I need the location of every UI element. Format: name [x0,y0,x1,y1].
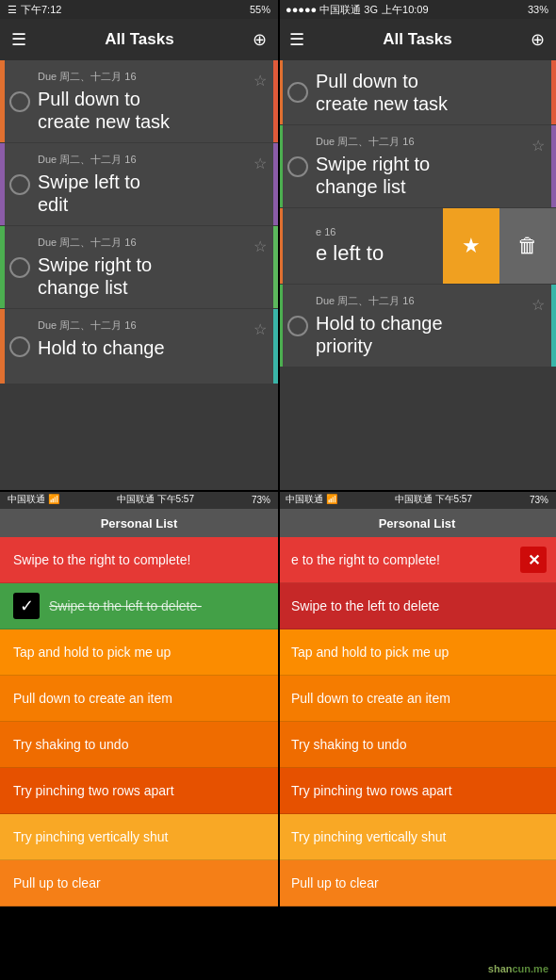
list-row[interactable]: Tap and hold to pick me up [0,629,278,676]
task-checkbox[interactable] [9,91,30,112]
task-checkbox[interactable] [9,174,30,195]
status-right-q1: 55% [250,4,270,15]
list-title-q4: Personal List [379,516,456,531]
carrier-q4: 中国联通 📶 [286,493,337,506]
task-title: Pull down tocreate new task [316,70,545,115]
star-icon[interactable]: ☆ [531,296,545,314]
row-text: e to the right to complete! [291,552,440,567]
task-title: Hold to change [38,336,246,359]
list-row[interactable]: Try shaking to undo [0,722,278,768]
battery-q1: 55% [250,4,270,15]
task-item[interactable]: Pull down tocreate new task [278,60,556,125]
star-icon[interactable]: ☆ [531,137,545,155]
task-content: Due 周二、十二月 16 Hold to change [38,318,246,359]
top-nav-q2: ☰ All Tasks ⊕ [278,19,556,60]
menu-icon-q2[interactable]: ☰ [289,29,304,50]
row-text: Swipe to the right to complete! [13,552,190,567]
status-right-q2: 33% [528,4,548,15]
task-title: Swipe left toedit [38,171,246,216]
row-text: Pull down to create an item [13,691,172,706]
task-due: Due 周二、十二月 16 [38,70,246,84]
nav-title-q1: All Tasks [105,30,173,49]
task-item[interactable]: Due 周二、十二月 16 Hold to changepriority ☆ [278,285,556,368]
time-q3: 中国联通 下午5:57 [117,493,194,506]
list-row[interactable]: Try shaking to undo [278,722,556,768]
task-checkbox[interactable] [9,257,30,278]
status-left-q2: ●●●●● 中国联通 3G 上午10:09 [286,3,429,17]
list-row[interactable]: Pull up to clear [278,860,556,906]
list-row[interactable]: Pull down to create an item [278,676,556,722]
star-icon[interactable]: ☆ [253,72,267,90]
task-content: Due 周二、十二月 16 Swipe right tochange list [316,135,524,198]
task-due: Due 周二、十二月 16 [316,135,524,149]
priority-strip [551,125,556,207]
priority-strip [551,285,556,367]
row-text: Try pinching vertically shut [13,829,168,844]
list-row[interactable]: Pull down to create an item [0,676,278,722]
task-item[interactable]: Due 周二、十二月 16 Hold to change ☆ [0,309,278,384]
task-item[interactable]: Due 周二、十二月 16 Swipe right tochange list … [278,125,556,208]
task-item[interactable]: Due 周二、十二月 16 Swipe right tochange list … [0,226,278,309]
quadrant-bottom-left: 中国联通 📶 中国联通 下午5:57 73% Personal List Swi… [0,490,278,980]
wifi-icon: ☰ [8,4,17,16]
task-checkbox[interactable] [287,156,308,177]
swipe-actions: ★ 🗑 [443,208,556,284]
task-due: Due 周二、十二月 16 [38,318,246,333]
task-checkbox[interactable] [9,336,30,357]
list-row[interactable]: Pull up to clear [0,860,278,906]
top-panel-q2: ●●●●● 中国联通 3G 上午10:09 33% ☰ All Tasks ⊕ … [278,0,556,490]
partial-task-title: e left to [316,241,443,273]
task-due: Due 周二、十二月 16 [38,153,246,167]
list-row-swiped[interactable]: ✓ Swipe to the left to delete- [0,583,278,629]
top-nav-q1: ☰ All Tasks ⊕ [0,19,278,60]
task-checkbox[interactable] [287,316,308,336]
bottom-panel-q3: 中国联通 📶 中国联通 下午5:57 73% Personal List Swi… [0,490,278,980]
list-row[interactable]: Swipe to the right to complete! [0,537,278,583]
task-due: Due 周二、十二月 16 [316,294,524,308]
list-row[interactable]: Swipe to the left to delete [278,583,556,629]
battery-q4: 73% [530,495,548,505]
add-icon-q2[interactable]: ⊕ [531,29,545,50]
list-row[interactable]: Try pinching two rows apart [278,768,556,814]
add-icon-q1[interactable]: ⊕ [253,29,267,50]
task-list-q1: Due 周二、十二月 16 Pull down tocreate new tas… [0,60,278,384]
list-row[interactable]: Try pinching two rows apart [0,768,278,814]
bottom-nav-q3: Personal List [0,509,278,537]
priority-strip [551,60,556,124]
list-row[interactable]: Try pinching vertically shut [0,814,278,860]
task-item-swiped[interactable]: e 16 e left to ★ 🗑 [278,208,556,285]
task-title: Pull down tocreate new task [38,88,246,133]
star-action-button[interactable]: ★ [443,208,499,284]
time-q4: 中国联通 下午5:57 [395,493,472,506]
vertical-divider [278,0,280,980]
list-title-q3: Personal List [101,516,178,531]
bottom-panel-q4: 中国联通 📶 中国联通 下午5:57 73% Personal List e t… [278,490,556,980]
list-row[interactable]: e to the right to complete! ✕ [278,537,556,583]
task-title: Swipe right tochange list [38,253,246,299]
carrier-q2: ●●●●● 中国联通 3G [286,3,378,17]
task-due: e 16 [316,219,443,237]
watermark: shancun.me [488,963,548,974]
star-icon[interactable]: ☆ [253,320,267,338]
task-title: Swipe right tochange list [316,153,524,198]
task-content: Due 周二、十二月 16 Pull down tocreate new tas… [38,70,246,133]
star-icon[interactable]: ☆ [253,237,267,255]
battery-q3: 73% [252,495,270,505]
task-item[interactable]: Due 周二、十二月 16 Swipe left toedit ☆ [0,143,278,226]
status-left-q1: ☰ 下午7:12 [8,3,61,17]
bottom-nav-q4: Personal List [278,509,556,537]
menu-icon-q1[interactable]: ☰ [11,29,26,50]
task-due: Due 周二、十二月 16 [38,236,246,250]
task-checkbox[interactable] [287,82,308,103]
time-q2: 上午10:09 [382,3,429,17]
row-text: Try pinching vertically shut [291,829,446,844]
task-item[interactable]: Due 周二、十二月 16 Pull down tocreate new tas… [0,60,278,143]
list-row[interactable]: Tap and hold to pick me up [278,629,556,676]
close-icon[interactable]: ✕ [520,547,547,573]
carrier-q3: 中国联通 📶 [8,493,59,506]
star-icon[interactable]: ☆ [253,155,267,172]
status-bar-q3: 中国联通 📶 中国联通 下午5:57 73% [0,490,278,509]
delete-action-button[interactable]: 🗑 [499,208,556,284]
battery-q2: 33% [528,4,548,15]
list-row[interactable]: Try pinching vertically shut [278,814,556,860]
